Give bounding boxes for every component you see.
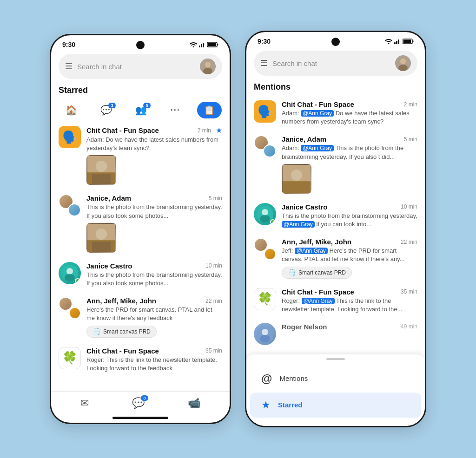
nav-chat-left[interactable]: 💬 8 bbox=[127, 395, 149, 411]
sheet-handle bbox=[326, 358, 345, 360]
preview-image-janice-adam-right bbox=[282, 164, 311, 194]
svg-rect-24 bbox=[398, 39, 399, 44]
mention-tag-1: @Ann Gray bbox=[301, 110, 334, 117]
user-avatar-left[interactable] bbox=[200, 59, 216, 74]
chat-avatar-chit-35-left: 🍀 bbox=[59, 347, 81, 369]
wifi-icon-right bbox=[385, 39, 392, 44]
attachment-pill-right[interactable]: 🗒️ Smart canvas PRD bbox=[282, 267, 352, 279]
chat-header-chit-35-right: Chit Chat - Fun Space 35 min bbox=[282, 288, 417, 296]
tab-groups-left[interactable]: 👥 5 bbox=[129, 102, 153, 118]
svg-point-19 bbox=[66, 268, 73, 275]
star-sheet-icon: ★ bbox=[261, 399, 271, 411]
tab-home-left[interactable]: 🏠 bbox=[59, 102, 84, 118]
svg-point-16 bbox=[96, 229, 107, 240]
chat-header-group-right: Ann, Jeff, Mike, John 22 min bbox=[282, 238, 417, 246]
search-bar-right[interactable]: ☰ Search in chat bbox=[254, 51, 417, 76]
chat-header-janice-castro-right: Janice Castro 10 min bbox=[282, 203, 417, 211]
svg-point-9 bbox=[203, 68, 212, 74]
camera-notch-right bbox=[331, 38, 340, 46]
svg-rect-23 bbox=[396, 41, 397, 44]
hamburger-icon-left[interactable]: ☰ bbox=[65, 61, 73, 72]
chat-header-roger: Roger Nelson 49 min bbox=[282, 323, 417, 331]
chat-content-group-left: Ann, Jeff, Mike, John 22 min Here's the … bbox=[86, 297, 222, 337]
nav-video-left[interactable]: 📹 bbox=[183, 395, 205, 411]
tab-more-left[interactable]: ··· bbox=[164, 103, 187, 118]
list-item[interactable]: Janice Castro 10 min This is the photo f… bbox=[246, 198, 425, 233]
preview-image-chit-chat-left bbox=[86, 155, 116, 185]
svg-rect-6 bbox=[208, 43, 216, 46]
battery-icon-right bbox=[403, 39, 414, 44]
list-item[interactable]: 🍀 Chit Chat - Fun Space 35 min Roger: Th… bbox=[51, 342, 230, 377]
chat-preview-chit-mention: Adam: @Ann Gray Do we have the latest sa… bbox=[282, 109, 417, 126]
list-item[interactable]: Janice Castro 10 min This is the photo f… bbox=[51, 257, 230, 292]
mail-icon-left: ✉ bbox=[80, 397, 89, 409]
chat-header-chit-mention: Chit Chat - Fun Space 2 min bbox=[282, 100, 417, 108]
chat-time-chit-35-right: 35 min bbox=[401, 288, 417, 295]
search-text-right: Search in chat bbox=[272, 59, 390, 67]
list-item[interactable]: Janice, Adam 5 min Adam: @Ann Gray This … bbox=[246, 131, 425, 198]
chat-header-janice-adam-right: Janice, Adam 5 min bbox=[282, 135, 417, 143]
svg-rect-5 bbox=[218, 44, 218, 46]
chat-list-right: 🗣️ Chit Chat - Fun Space 2 min Adam: @An… bbox=[246, 96, 425, 354]
svg-point-21 bbox=[388, 43, 390, 45]
chat-name-janice-castro-right: Janice Castro bbox=[282, 203, 327, 211]
chat-avatar-janice-castro-right bbox=[254, 203, 276, 225]
sheet-item-mentions[interactable]: @ Mentions bbox=[250, 366, 421, 392]
chat-avatar-janice-castro-left bbox=[59, 262, 81, 284]
svg-point-36 bbox=[260, 215, 270, 222]
list-item[interactable]: 🗣️ Chit Chat - Fun Space 2 min Adam: @An… bbox=[246, 96, 425, 131]
svg-rect-13 bbox=[92, 174, 111, 184]
chat-name-chit-chat-left: Chit Chat - Fun Space bbox=[86, 126, 159, 134]
list-item[interactable]: 🍀 Chit Chat - Fun Space 35 min Roger: @A… bbox=[246, 283, 425, 318]
hamburger-icon-right[interactable]: ☰ bbox=[260, 58, 268, 68]
chat-preview-janice-castro-right: This is the photo from the brainstorming… bbox=[282, 212, 417, 229]
svg-point-35 bbox=[262, 209, 268, 216]
list-item[interactable]: Ann, Jeff, Mike, John 22 min Here's the … bbox=[51, 292, 230, 342]
sheet-item-starred[interactable]: ★ Starred bbox=[250, 393, 421, 418]
status-time-left: 9:30 bbox=[62, 41, 75, 48]
chat-content-chit-35-right: Chit Chat - Fun Space 35 min Roger: @Ann… bbox=[282, 288, 417, 314]
status-icons-right bbox=[385, 39, 414, 44]
attachment-icon-left: 🗒️ bbox=[93, 328, 100, 335]
svg-point-8 bbox=[205, 62, 211, 67]
chat-image-janice-adam-right bbox=[282, 164, 417, 194]
svg-rect-3 bbox=[203, 43, 204, 47]
chat-preview-chit-35-left: Roger: This is the link to the newslette… bbox=[86, 356, 222, 373]
chat-content-janice-castro-left: Janice Castro 10 min This is the photo f… bbox=[86, 262, 222, 288]
list-item[interactable]: Ann, Jeff, Mike, John 22 min Jeff: @Ann … bbox=[246, 233, 425, 283]
chat-header-janice-adam-left: Janice, Adam 5 min bbox=[86, 194, 222, 202]
attachment-pill-left[interactable]: 🗒️ Smart canvas PRD bbox=[86, 326, 157, 338]
list-item[interactable]: Janice, Adam 5 min This is the photo fro… bbox=[51, 190, 230, 257]
svg-rect-27 bbox=[403, 40, 411, 43]
chat-time-group-right: 22 min bbox=[401, 239, 417, 245]
chat-time-janice-castro-right: 10 min bbox=[401, 203, 417, 210]
chat-time-chit-35-left: 35 min bbox=[205, 347, 222, 354]
status-time-right: 9:30 bbox=[258, 38, 271, 45]
svg-point-30 bbox=[398, 65, 408, 71]
chat-header-janice-castro-left: Janice Castro 10 min bbox=[86, 262, 222, 270]
sheet-label-starred: Starred bbox=[278, 401, 303, 409]
chat-nav-icon-left: 💬 8 bbox=[132, 397, 145, 409]
mention-tag-4: @Ann Gray bbox=[295, 248, 328, 254]
tab-chat-left[interactable]: 💬 3 bbox=[94, 102, 119, 118]
status-bar-left: 9:30 bbox=[51, 35, 230, 51]
list-item[interactable]: Roger Nelson 49 min bbox=[246, 318, 425, 350]
svg-point-20 bbox=[65, 274, 75, 281]
online-indicator-right bbox=[270, 219, 276, 225]
user-avatar-right[interactable] bbox=[395, 55, 411, 71]
chat-preview-chit-35-right: Roger: @Ann Gray This is the link to the… bbox=[282, 297, 417, 314]
chat-content-chit-mention: Chit Chat - Fun Space 2 min Adam: @Ann G… bbox=[282, 100, 417, 126]
right-phone: 9:30 ☰ Search in chat Mentions 🗣️ Chit C… bbox=[245, 31, 426, 427]
list-item[interactable]: 🗣️ Chit Chat - Fun Space 2 min ★ Adam: D… bbox=[51, 121, 230, 190]
online-indicator-left bbox=[75, 278, 80, 284]
nav-mail-left[interactable]: ✉ bbox=[76, 395, 93, 411]
home-icon: 🏠 bbox=[66, 105, 77, 116]
chat-preview-chit-chat-left: Adam: Do we have the latest sales number… bbox=[86, 136, 222, 152]
chat-time-roger: 49 min bbox=[401, 323, 417, 330]
chat-image-chit-chat-left bbox=[86, 155, 222, 185]
svg-rect-32 bbox=[283, 181, 311, 193]
sheet-label-mentions: Mentions bbox=[279, 374, 308, 382]
search-bar-left[interactable]: ☰ Search in chat bbox=[59, 54, 222, 79]
attachment-label-right: Smart canvas PRD bbox=[298, 269, 346, 276]
tab-spaces-left[interactable]: 📋 bbox=[197, 102, 222, 118]
